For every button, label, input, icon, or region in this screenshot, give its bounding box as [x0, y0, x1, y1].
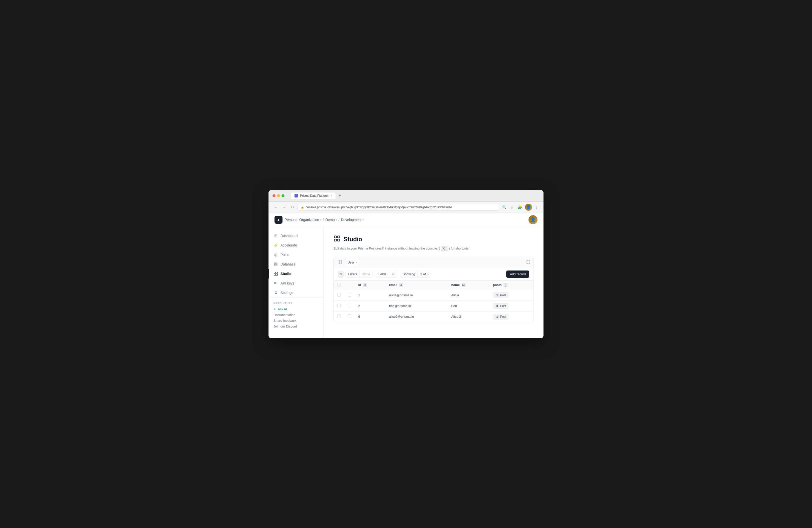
row-1-id: 1	[355, 290, 386, 300]
svg-rect-5	[274, 274, 276, 276]
extensions-icon[interactable]: 🧩	[517, 204, 523, 210]
panel-layout-icon[interactable]	[337, 259, 343, 266]
org-chevron: ▾	[320, 219, 321, 221]
address-bar[interactable]: 🔒 console.prisma.io/cliwxim5p005xqh0g3mv…	[298, 204, 499, 210]
row-1-expand	[344, 290, 355, 300]
shortcut-kbd: ⌘ /	[441, 247, 448, 251]
fields-group: Fields All	[375, 271, 398, 278]
sidebar-item-settings[interactable]: ⚙ Settings	[269, 288, 323, 297]
search-icon[interactable]: 🔍	[501, 204, 508, 210]
col-header-expand	[344, 280, 355, 290]
close-button[interactable]	[273, 194, 276, 197]
maximize-button[interactable]	[281, 194, 285, 197]
active-tab[interactable]: Prisma Data Platform ×	[291, 192, 335, 199]
row-2-checkbox[interactable]	[337, 304, 341, 307]
filters-label[interactable]: Filters	[346, 271, 360, 277]
sidebar-item-database[interactable]: Database	[269, 260, 323, 269]
row-3-id: 6	[355, 311, 386, 322]
join-discord-label: Join our Discord	[274, 324, 297, 328]
page-title: Studio	[344, 236, 362, 243]
svg-rect-9	[337, 236, 339, 238]
page-description: Edit data in your Prisma Postgres® insta…	[334, 247, 534, 251]
env-chevron: ▾	[362, 219, 364, 221]
row-1-email: alicia@prisma.io	[386, 290, 448, 300]
row-3-expand-btn[interactable]	[348, 314, 351, 318]
col-header-name[interactable]: name A?	[448, 280, 490, 290]
name-col-badge: A?	[462, 283, 466, 287]
add-record-button[interactable]: Add record	[506, 270, 529, 278]
row-2-posts-badge[interactable]: 0 Post	[493, 303, 508, 309]
table-container: id # email A name A?	[334, 280, 533, 322]
sidebar-item-dashboard[interactable]: ⊞ Dashboard	[269, 231, 323, 240]
app-logo: ▲	[275, 216, 282, 224]
row-2-expand	[344, 300, 355, 311]
new-tab-button[interactable]: +	[336, 193, 343, 198]
select-all-checkbox[interactable]	[337, 283, 341, 287]
user-tab-close[interactable]: ×	[356, 261, 357, 264]
row-2-expand-btn[interactable]	[348, 304, 351, 307]
row-3-checkbox[interactable]	[337, 314, 341, 318]
breadcrumb-project[interactable]: Demo ▾	[325, 218, 337, 222]
row-3-name: Alice 2	[448, 311, 490, 322]
row-2-select	[334, 300, 344, 311]
breadcrumb-env[interactable]: Development ▾	[341, 218, 364, 222]
ai-icon: ✦	[274, 307, 276, 311]
fullscreen-icon[interactable]	[526, 260, 530, 265]
row-2-id: 2	[355, 300, 386, 311]
share-feedback-link[interactable]: Share feedback	[274, 319, 318, 323]
sidebar-item-api-keys[interactable]: API keys	[269, 279, 323, 288]
filters-group: Filters None	[346, 271, 373, 278]
row-1-expand-btn[interactable]	[348, 293, 351, 296]
tab-favicon	[294, 194, 298, 197]
dashboard-icon: ⊞	[274, 234, 278, 238]
forward-button[interactable]: →	[281, 204, 288, 210]
showing-label: Showing	[400, 271, 418, 277]
table-row: 6 alice2@prisma.io Alice 2 1 Post	[334, 311, 533, 322]
data-table: id # email A name A?	[334, 280, 533, 322]
menu-icon[interactable]: ⋮	[534, 204, 539, 210]
browser-user-avatar[interactable]: 👤	[525, 204, 532, 211]
ask-ai-link[interactable]: ✦ Ask AI	[274, 307, 318, 311]
col-header-posts[interactable]: posts []	[490, 280, 533, 290]
sidebar-item-accelerate[interactable]: ⚡ Accelerate	[269, 240, 323, 250]
sidebar-label-accelerate: Accelerate	[280, 243, 297, 247]
refresh-button[interactable]: ↻	[290, 204, 295, 210]
browser-window: Prisma Data Platform × + ← → ↻ 🔒 console…	[269, 190, 543, 338]
id-col-badge: #	[363, 283, 367, 287]
row-1-checkbox[interactable]	[337, 293, 341, 296]
join-discord-link[interactable]: Join our Discord	[274, 324, 318, 328]
refresh-button[interactable]: ↻	[338, 271, 344, 278]
svg-rect-8	[334, 236, 336, 238]
showing-group: Showing 3 of 3	[400, 271, 431, 278]
back-button[interactable]: ←	[273, 204, 279, 210]
col-header-email[interactable]: email A	[386, 280, 448, 290]
pulse-icon: ◎	[274, 252, 278, 257]
row-3-posts-count: 1	[495, 315, 499, 319]
documentation-link[interactable]: Documentation	[274, 313, 318, 317]
tab-close-button[interactable]: ×	[331, 194, 332, 197]
sidebar-item-pulse[interactable]: ◎ Pulse	[269, 250, 323, 260]
url-text: console.prisma.io/cliwxim5p005xqh0g3mvqp…	[306, 205, 452, 209]
filters-value[interactable]: None	[360, 271, 373, 277]
fields-value[interactable]: All	[389, 271, 397, 277]
sidebar-label-pulse: Pulse	[280, 253, 289, 257]
project-chevron: ▾	[336, 219, 337, 221]
col-header-id[interactable]: id #	[355, 280, 386, 290]
bookmark-icon[interactable]: ☆	[509, 204, 515, 210]
svg-rect-13	[340, 260, 342, 264]
row-1-posts-badge[interactable]: 1 Post	[493, 293, 508, 298]
svg-rect-4	[276, 272, 277, 274]
sidebar-label-dashboard: Dashboard	[280, 234, 298, 238]
user-avatar-nav[interactable]: 👤	[528, 215, 537, 224]
fields-label[interactable]: Fields	[375, 271, 389, 277]
email-col-badge: A	[399, 283, 403, 287]
breadcrumb-org[interactable]: Personal Organization ▾	[285, 218, 321, 222]
minimize-button[interactable]	[277, 194, 280, 197]
panel-tabs-left: User ×	[337, 259, 360, 266]
user-tab[interactable]: User ×	[345, 259, 360, 266]
page-header: Studio	[334, 235, 534, 244]
browser-titlebar: Prisma Data Platform × +	[269, 190, 543, 202]
row-3-posts-badge[interactable]: 1 Post	[493, 314, 508, 320]
row-2-posts-count: 0	[495, 304, 499, 308]
sidebar-item-studio[interactable]: Studio	[269, 269, 323, 279]
